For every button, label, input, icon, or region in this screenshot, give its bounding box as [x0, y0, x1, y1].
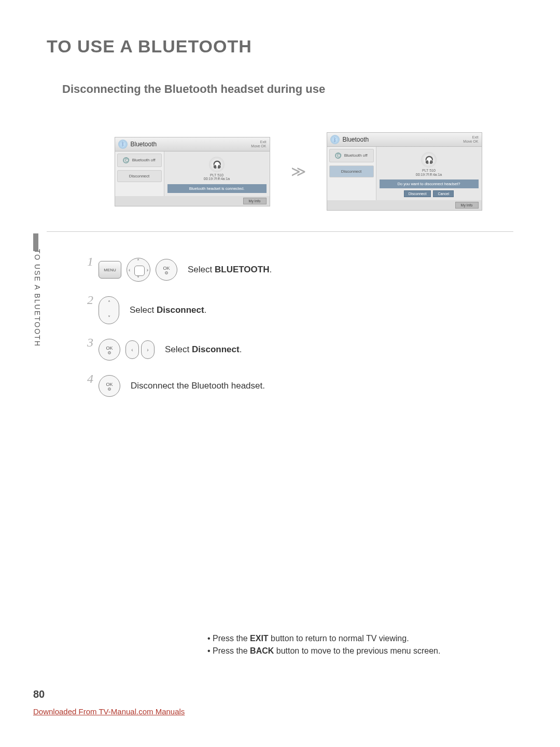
step-number: 2	[83, 293, 93, 307]
updown-button-icon: ˄˅	[99, 296, 119, 324]
move-ok-hint: Move OK	[463, 140, 478, 144]
shot-footer: My Info	[327, 200, 482, 210]
step-1: 1 MENU ˄˅ ‹› OK Select BLUETOOTH.	[83, 258, 513, 282]
step-text-bold: BLUETOOTH	[215, 265, 269, 274]
power-icon	[123, 157, 129, 163]
sidebar-item-label: Disconnect	[129, 174, 150, 178]
shot-sidebar: Bluetooth off Disconnect	[327, 147, 376, 200]
device-name: PLT 510	[167, 173, 267, 177]
device-name: PLT 510	[380, 169, 479, 173]
shot-title: Bluetooth	[131, 141, 157, 148]
note-text: button to move to the previous menu scre…	[274, 646, 440, 655]
sidebar-item-label: Disconnect	[341, 169, 362, 174]
move-ok-hint: Move OK	[251, 144, 266, 148]
disconnect-button[interactable]: Disconnect	[404, 190, 431, 197]
device-mac: 00:19:7f:ff:4a:1a	[167, 177, 267, 181]
step-number: 3	[83, 336, 93, 350]
confirm-prompt: Do you want to disconnect headset?	[380, 179, 479, 188]
shot-title: Bluetooth	[343, 136, 369, 143]
side-tab: TO USE A BLUETOOTH	[33, 249, 46, 374]
side-tab-label: TO USE A BLUETOOTH	[33, 249, 41, 347]
step-4: 4 OK Disconnect the Bluetooth headset.	[83, 375, 513, 397]
note-bold: BACK	[250, 646, 274, 655]
headset-icon: 🎧	[209, 157, 225, 172]
power-icon	[335, 153, 341, 159]
ok-label: OK	[106, 345, 113, 351]
screenshot-after: ᛒ Bluetooth Exit Move OK Bluetooth off D…	[327, 132, 482, 211]
note-bold: EXIT	[250, 634, 269, 643]
footer-notes: • Press the EXIT button to return to nor…	[207, 634, 440, 659]
page-number: 80	[33, 688, 45, 700]
status-bar: Bluetooth headset is connected.	[167, 184, 267, 193]
device-mac: 00:19:7f:ff:4a:1a	[380, 173, 479, 177]
step-text: Select Disconnect.	[165, 344, 242, 355]
myinfo-button[interactable]: My Info	[455, 202, 479, 209]
divider	[47, 231, 513, 232]
note-text: • Press the	[207, 646, 250, 655]
step-text-pre: Select	[130, 305, 157, 315]
step-3: 3 OK ‹ › Select Disconnect.	[83, 339, 513, 361]
sidebar-item-btoff[interactable]: Bluetooth off	[117, 154, 162, 167]
manual-page: TO USE A BLUETOOTH Disconnecting the Blu…	[0, 0, 560, 747]
bluetooth-icon: ᛒ	[330, 135, 340, 144]
exit-hint: Exit	[251, 140, 266, 144]
ok-label: OK	[106, 382, 113, 387]
sidebar-item-label: Bluetooth off	[132, 158, 156, 162]
left-button-icon: ‹	[125, 340, 139, 359]
shot-main: 🎧 PLT 510 00:19:7f:ff:4a:1a Bluetooth he…	[164, 151, 270, 196]
step-number: 4	[83, 372, 93, 386]
note-text: • Press the	[207, 634, 250, 643]
step-2: 2 ˄˅ Select Disconnect.	[83, 296, 513, 324]
cancel-button[interactable]: Cancel	[433, 190, 454, 197]
step-text-post: .	[240, 344, 242, 354]
step-number: 1	[83, 255, 93, 269]
shot-footer: My Info	[115, 196, 270, 206]
step-text: Disconnect the Bluetooth headset.	[131, 381, 265, 391]
download-source-link[interactable]: Downloaded From TV-Manual.com Manuals	[33, 707, 185, 716]
left-right-group: ‹ ›	[125, 340, 155, 359]
page-title: TO USE A BLUETOOTH	[47, 36, 513, 57]
shot-header: ᛒ Bluetooth Exit Move OK	[327, 133, 482, 147]
note-exit: • Press the EXIT button to return to nor…	[207, 634, 440, 643]
ok-button-icon: OK	[156, 259, 177, 281]
ok-dot-icon	[108, 388, 111, 391]
ok-button-icon: OK	[99, 375, 120, 397]
exit-hint: Exit	[463, 135, 478, 140]
dpad-icon: ˄˅ ‹›	[127, 258, 150, 282]
step-text-pre: Select	[165, 344, 192, 354]
side-tab-accent	[33, 233, 38, 251]
step-text: Select Disconnect.	[130, 305, 206, 315]
step-text-post: .	[204, 305, 207, 315]
shot-header: ᛒ Bluetooth Exit Move OK	[115, 137, 270, 151]
screenshot-before: ᛒ Bluetooth Exit Move OK Bluetooth off D…	[115, 137, 270, 206]
screenshot-row: ᛒ Bluetooth Exit Move OK Bluetooth off D…	[83, 132, 513, 211]
section-title: Disconnecting the Bluetooth headset duri…	[62, 82, 513, 96]
headset-icon: 🎧	[421, 152, 437, 168]
sidebar-item-label: Bluetooth off	[344, 153, 368, 158]
step-text-bold: Disconnect	[157, 305, 204, 315]
bluetooth-icon: ᛒ	[118, 140, 128, 149]
myinfo-button[interactable]: My Info	[243, 198, 267, 204]
right-button-icon: ›	[141, 340, 155, 359]
step-text-pre: Select	[188, 265, 215, 274]
sidebar-item-btoff[interactable]: Bluetooth off	[329, 149, 374, 162]
note-back: • Press the BACK button to move to the p…	[207, 646, 440, 656]
menu-button-icon: MENU	[99, 261, 121, 279]
ok-button-icon: OK	[99, 339, 120, 361]
shot-main: 🎧 PLT 510 00:19:7f:ff:4a:1a Do you want …	[376, 147, 482, 200]
step-text-bold: Disconnect	[192, 344, 240, 354]
ok-dot-icon	[108, 351, 111, 354]
sidebar-item-disconnect[interactable]: Disconnect	[329, 165, 374, 177]
shot-sidebar: Bluetooth off Disconnect	[115, 151, 164, 196]
step-text-post: .	[269, 265, 272, 274]
ok-label: OK	[163, 266, 170, 271]
steps-list: 1 MENU ˄˅ ‹› OK Select BLUETOOTH. 2 ˄˅ S…	[83, 258, 513, 397]
note-text: button to return to normal TV viewing.	[269, 634, 409, 643]
step-text: Select BLUETOOTH.	[188, 265, 272, 275]
ok-dot-icon	[165, 271, 168, 274]
arrow-icon: ≫	[291, 163, 306, 180]
sidebar-item-disconnect[interactable]: Disconnect	[117, 170, 162, 182]
